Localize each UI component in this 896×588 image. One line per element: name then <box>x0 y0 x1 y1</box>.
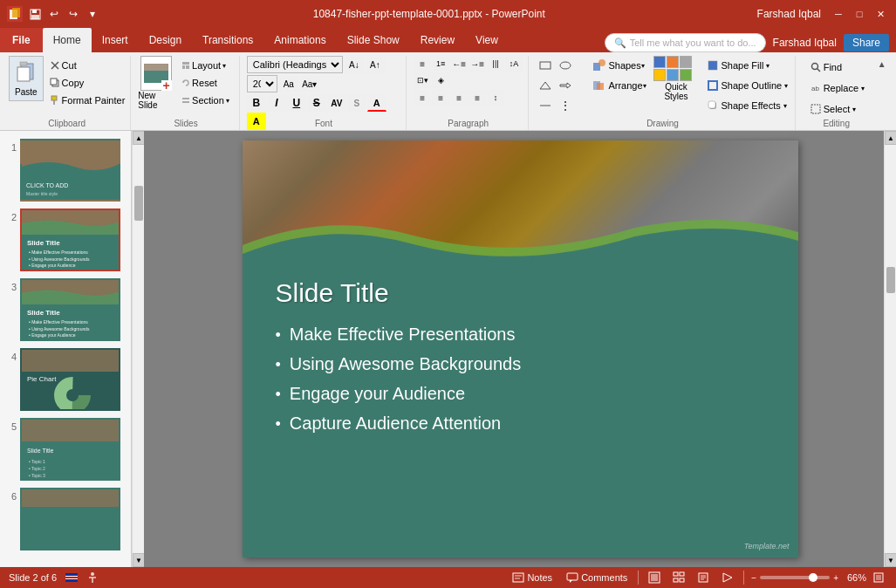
style-swatch-6[interactable] <box>680 69 692 81</box>
increase-font-button[interactable]: A↑ <box>366 56 385 73</box>
slide-thumb-6[interactable]: 6 <box>3 487 127 551</box>
arrange-button[interactable]: Arrange ▾ <box>588 76 650 95</box>
canvas-scroll-up[interactable]: ▲ <box>885 131 896 145</box>
style-swatch-3[interactable] <box>680 56 692 68</box>
layout-button[interactable]: Layout ▾ <box>177 58 234 73</box>
font-size-select[interactable]: 20 <box>247 75 277 92</box>
slideshow-view-button[interactable] <box>719 569 736 586</box>
clear-format-button[interactable]: Aa <box>279 75 298 92</box>
review-tab[interactable]: Review <box>410 28 465 52</box>
text-direction-button[interactable]: ↕A <box>505 56 523 72</box>
home-tab[interactable]: Home <box>43 28 92 52</box>
slide-preview-5[interactable]: Slide Title • Topic 1 • Topic 2 • Topic … <box>20 418 120 481</box>
insert-tab[interactable]: Insert <box>92 28 139 52</box>
reset-button[interactable]: Reset <box>177 75 234 91</box>
justify-button[interactable]: ≡ <box>469 90 486 106</box>
decrease-font-button[interactable]: A↓ <box>345 56 364 73</box>
paste-button[interactable]: Paste <box>9 56 44 101</box>
view-tab[interactable]: View <box>465 28 509 52</box>
canvas-scroll-down[interactable]: ▼ <box>885 553 896 567</box>
slide-title[interactable]: Slide Title <box>276 278 389 308</box>
select-button[interactable]: Select ▾ <box>803 99 865 119</box>
slide-thumb-4[interactable]: 4 Pie Chart <box>3 347 127 412</box>
close-button[interactable]: ✕ <box>872 5 889 23</box>
align-right-button[interactable]: ≡ <box>450 90 468 106</box>
char-spacing-button[interactable]: AV <box>327 94 346 112</box>
align-left-button[interactable]: ≡ <box>414 90 431 106</box>
shape-outline-button[interactable]: Shape Outline ▾ <box>701 76 794 95</box>
shapes-button[interactable]: Shapes ▾ <box>588 56 650 75</box>
find-button[interactable]: Find <box>803 58 850 77</box>
section-button[interactable]: Section ▾ <box>177 92 234 108</box>
new-slide-button[interactable]: + New Slide <box>138 56 174 110</box>
cut-button[interactable]: Cut <box>45 58 130 73</box>
slideshow-tab[interactable]: Slide Show <box>337 28 410 52</box>
user-account[interactable]: Farshad Iqbal <box>773 37 837 49</box>
font-family-select[interactable]: Calibri (Headings) <box>247 56 343 73</box>
animations-tab[interactable]: Animations <box>263 28 336 52</box>
bold-button[interactable]: B <box>247 94 266 112</box>
format-painter-button[interactable]: Format Painter <box>45 92 130 108</box>
style-swatch-5[interactable] <box>667 69 679 81</box>
underline-button[interactable]: U <box>287 94 306 112</box>
scroll-down-button[interactable]: ▼ <box>133 553 145 567</box>
undo-button[interactable]: ↩ <box>45 5 63 23</box>
share-button[interactable]: Share <box>844 34 889 51</box>
collapse-ribbon-button[interactable]: ▲ <box>878 56 893 130</box>
comments-button[interactable]: Comments <box>563 571 631 585</box>
slide-preview-1[interactable]: CLICK TO ADD Master title style <box>20 139 120 202</box>
accessibility-button[interactable] <box>86 571 99 584</box>
columns-button[interactable]: ||| <box>487 56 504 72</box>
shape-line[interactable] <box>536 96 555 115</box>
line-spacing-button[interactable]: ↕ <box>487 90 504 106</box>
slide-thumb-2[interactable]: 2 Slide Title • Make Effective Presentat… <box>3 208 127 272</box>
slide-preview-2[interactable]: Slide Title • Make Effective Presentatio… <box>20 209 120 271</box>
fit-slide-button[interactable] <box>870 569 887 586</box>
slide-canvas[interactable]: Slide Title • Make Effective Presentatio… <box>243 140 798 557</box>
slide-preview-3[interactable]: Slide Title • Make Effective Presentatio… <box>20 278 120 341</box>
canvas-scroll-thumb[interactable] <box>886 267 895 293</box>
shape-triangle[interactable] <box>536 76 555 95</box>
italic-button[interactable]: I <box>267 94 286 112</box>
minimize-button[interactable]: ─ <box>830 5 847 23</box>
tell-me-input[interactable]: 🔍 Tell me what you want to do... <box>605 33 766 52</box>
center-button[interactable]: ≡ <box>432 90 449 106</box>
align-text-button[interactable]: ⊡▾ <box>414 72 431 88</box>
design-tab[interactable]: Design <box>139 28 192 52</box>
text-shadow-button[interactable]: S <box>347 94 366 112</box>
slide-sorter-button[interactable] <box>670 569 687 586</box>
decrease-indent-button[interactable]: ←≡ <box>450 56 468 72</box>
slide-thumb-1[interactable]: 1 CLICK TO ADD Master title style <box>3 138 127 202</box>
shape-oval[interactable] <box>556 56 575 75</box>
shape-fill-button[interactable]: Shape Fill ▾ <box>701 56 794 75</box>
zoom-slider[interactable] <box>760 576 830 579</box>
shape-more[interactable]: ⋮ <box>556 96 575 115</box>
notes-button[interactable]: Notes <box>509 571 556 585</box>
font-color-button[interactable]: A <box>367 94 386 112</box>
slide-bullets[interactable]: • Make Effective Presentations • Using A… <box>276 319 522 438</box>
change-case-button[interactable]: Aa▾ <box>300 75 319 92</box>
maximize-button[interactable]: □ <box>851 5 868 23</box>
file-tab[interactable]: File <box>0 28 43 52</box>
quick-styles-label[interactable]: Quick Styles <box>653 82 700 101</box>
style-swatch-4[interactable] <box>653 69 666 81</box>
smartart-button[interactable]: ◈ <box>432 72 449 88</box>
scroll-thumb[interactable] <box>134 186 143 221</box>
slide-thumb-3[interactable]: 3 Slide Title • Make Effective Presentat… <box>3 277 127 342</box>
bullets-button[interactable]: ≡ <box>414 56 431 72</box>
shape-effects-button[interactable]: Shape Effects ▾ <box>701 96 794 115</box>
slide-preview-6[interactable] <box>20 488 120 550</box>
shape-rectangle[interactable] <box>536 56 555 75</box>
replace-button[interactable]: ab Replace ▾ <box>803 79 872 98</box>
save-button[interactable] <box>26 5 44 23</box>
strikethrough-button[interactable]: S <box>307 94 326 112</box>
increase-indent-button[interactable]: →≡ <box>469 56 486 72</box>
style-swatch-1[interactable] <box>653 56 666 68</box>
redo-button[interactable]: ↪ <box>65 5 82 23</box>
numbering-button[interactable]: 1≡ <box>432 56 449 72</box>
slide-preview-4[interactable]: Pie Chart <box>20 348 120 411</box>
reading-view-button[interactable] <box>694 569 712 586</box>
scroll-up-button[interactable]: ▲ <box>133 131 145 145</box>
copy-button[interactable]: Copy <box>45 75 130 91</box>
style-swatch-2[interactable] <box>667 56 679 68</box>
